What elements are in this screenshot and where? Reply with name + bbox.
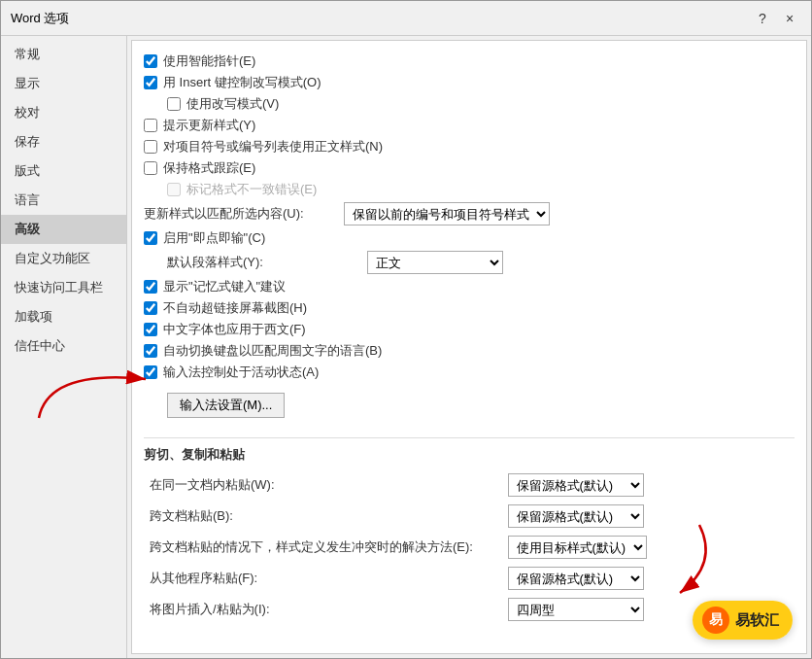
option-no-auto-hyperlink: 不自动超链接屏幕截图(H) — [144, 299, 795, 317]
checkbox-ime-active[interactable] — [144, 365, 157, 379]
table-row: 跨文档粘贴的情况下，样式定义发生冲突时的解决方法(E): 使用目标样式(默认) — [144, 532, 795, 563]
sidebar-item-addins[interactable]: 加载项 — [1, 302, 126, 331]
checkbox-autocomplete[interactable] — [144, 231, 157, 245]
option-insert-overwrite: 用 Insert 键控制改写模式(O) — [144, 74, 795, 91]
watermark-logo: 易 — [702, 607, 729, 634]
row-default-para-style: 默认段落样式(Y): 正文 — [167, 251, 795, 274]
checkbox-prompt-update[interactable] — [144, 119, 157, 132]
option-normal-style-bullets: 对项目符号或编号列表使用正文样式(N) — [144, 138, 795, 156]
option-prompt-update-style: 提示更新样式(Y) — [144, 117, 795, 134]
label-ime-active[interactable]: 输入法控制处于活动状态(A) — [163, 364, 319, 381]
paste-image-label: 将图片插入/粘贴为(I): — [144, 594, 502, 625]
label-keep-format[interactable]: 保持格式跟踪(E) — [163, 159, 255, 177]
option-chinese-font-western: 中文字体也应用于西文(F) — [144, 321, 795, 338]
main-panel: 使用智能指针(E) 用 Insert 键控制改写模式(O) 使用改写模式(V) … — [131, 40, 807, 654]
checkbox-use-overwrite[interactable] — [167, 97, 181, 111]
sidebar-item-trust[interactable]: 信任中心 — [1, 331, 126, 361]
sidebar-item-advanced[interactable]: 高级 — [1, 215, 126, 244]
title-bar: Word 选项 ? × — [1, 1, 811, 36]
label-auto-switch-keyboard[interactable]: 自动切换键盘以匹配周围文字的语言(B) — [163, 342, 382, 360]
checkbox-normal-style[interactable] — [144, 140, 157, 154]
sidebar-item-general[interactable]: 常规 — [1, 40, 126, 69]
sidebar-item-proofing[interactable]: 校对 — [1, 98, 126, 127]
sidebar: 常规 显示 校对 保存 版式 语言 高级 自定义功能区 快速访问工具栏 加载项 … — [1, 36, 127, 658]
checkbox-keep-format[interactable] — [144, 161, 157, 175]
paste-conflict-label: 跨文档粘贴的情况下，样式定义发生冲突时的解决方法(E): — [144, 532, 502, 563]
select-paste-cross-doc[interactable]: 保留源格式(默认) — [508, 504, 644, 528]
table-row: 从其他程序粘贴(F): 保留源格式(默认) — [144, 563, 795, 594]
sidebar-item-quick-access[interactable]: 快速访问工具栏 — [1, 273, 126, 302]
section-title-paste: 剪切、复制和粘贴 — [144, 437, 795, 464]
label-update-style: 更新样式以匹配所选内容(U): — [144, 205, 338, 223]
ime-settings-button[interactable]: 输入法设置(M)... — [167, 393, 285, 418]
option-ime-active: 输入法控制处于活动状态(A) — [144, 364, 795, 381]
select-default-para-style[interactable]: 正文 — [367, 251, 503, 274]
paste-cross-doc-label: 跨文档粘贴(B): — [144, 501, 502, 532]
close-button[interactable]: × — [778, 7, 801, 30]
label-normal-style[interactable]: 对项目符号或编号列表使用正文样式(N) — [163, 138, 383, 156]
label-prompt-update[interactable]: 提示更新样式(Y) — [163, 117, 255, 134]
option-smart-pointer: 使用智能指针(E) — [144, 52, 795, 70]
checkbox-no-auto-hyperlink[interactable] — [144, 301, 157, 315]
option-memory-input: 显示"记忆式键入"建议 — [144, 278, 795, 295]
paste-table: 在同一文档内粘贴(W): 保留源格式(默认) 跨文档粘贴(B): 保留源格式(默… — [144, 469, 795, 625]
label-smart-pointer[interactable]: 使用智能指针(E) — [163, 52, 255, 70]
select-paste-conflict[interactable]: 使用目标样式(默认) — [508, 536, 647, 559]
select-update-style[interactable]: 保留以前的编号和项目符号样式 — [344, 202, 550, 225]
checkbox-chinese-font-western[interactable] — [144, 323, 157, 336]
sidebar-item-language[interactable]: 语言 — [1, 186, 126, 215]
option-keep-format-tracking: 保持格式跟踪(E) — [144, 159, 795, 177]
option-mark-inconsistent: 标记格式不一致错误(E) — [167, 181, 795, 198]
paste-same-doc-label: 在同一文档内粘贴(W): — [144, 469, 502, 501]
label-memory-input[interactable]: 显示"记忆式键入"建议 — [163, 278, 286, 295]
option-autocomplete: 启用"即点即输"(C) — [144, 229, 795, 247]
checkbox-insert-overwrite[interactable] — [144, 76, 157, 89]
sidebar-item-save[interactable]: 保存 — [1, 127, 126, 156]
sidebar-item-customize[interactable]: 自定义功能区 — [1, 244, 126, 273]
label-mark-inconsistent: 标记格式不一致错误(E) — [186, 181, 317, 198]
label-default-para-style: 默认段落样式(Y): — [167, 254, 361, 271]
content-area: 常规 显示 校对 保存 版式 语言 高级 自定义功能区 快速访问工具栏 加载项 … — [1, 36, 811, 658]
label-chinese-font-western[interactable]: 中文字体也应用于西文(F) — [163, 321, 306, 338]
sidebar-item-display[interactable]: 显示 — [1, 69, 126, 98]
dialog-word-options: Word 选项 ? × 常规 显示 校对 保存 版式 语言 高级 自定义功能区 … — [0, 0, 812, 659]
checkbox-mark-inconsistent — [167, 183, 181, 196]
table-row: 在同一文档内粘贴(W): 保留源格式(默认) — [144, 469, 795, 501]
option-use-overwrite: 使用改写模式(V) — [167, 95, 795, 113]
label-no-auto-hyperlink[interactable]: 不自动超链接屏幕截图(H) — [163, 299, 307, 317]
select-paste-image[interactable]: 四周型 — [508, 598, 644, 621]
watermark-logo-text: 易 — [709, 611, 723, 629]
paste-other-app-label: 从其他程序粘贴(F): — [144, 563, 502, 594]
select-paste-same-doc[interactable]: 保留源格式(默认) — [508, 473, 644, 497]
option-auto-switch-keyboard: 自动切换键盘以匹配周围文字的语言(B) — [144, 342, 795, 360]
checkbox-smart-pointer[interactable] — [144, 54, 157, 68]
label-use-overwrite[interactable]: 使用改写模式(V) — [186, 95, 279, 113]
row-update-style: 更新样式以匹配所选内容(U): 保留以前的编号和项目符号样式 — [144, 202, 795, 225]
sidebar-item-format[interactable]: 版式 — [1, 156, 126, 186]
checkbox-auto-switch-keyboard[interactable] — [144, 344, 157, 358]
watermark-text: 易软汇 — [735, 611, 779, 630]
ime-settings-btn-row: 输入法设置(M)... — [167, 387, 795, 424]
label-autocomplete[interactable]: 启用"即点即输"(C) — [163, 229, 265, 247]
dialog-title: Word 选项 — [11, 10, 69, 27]
checkbox-memory-input[interactable] — [144, 280, 157, 294]
help-button[interactable]: ? — [751, 7, 774, 30]
table-row: 跨文档粘贴(B): 保留源格式(默认) — [144, 501, 795, 532]
watermark: 易 易软汇 — [693, 601, 793, 640]
select-paste-other-app[interactable]: 保留源格式(默认) — [508, 567, 644, 590]
label-insert-overwrite[interactable]: 用 Insert 键控制改写模式(O) — [163, 74, 321, 91]
